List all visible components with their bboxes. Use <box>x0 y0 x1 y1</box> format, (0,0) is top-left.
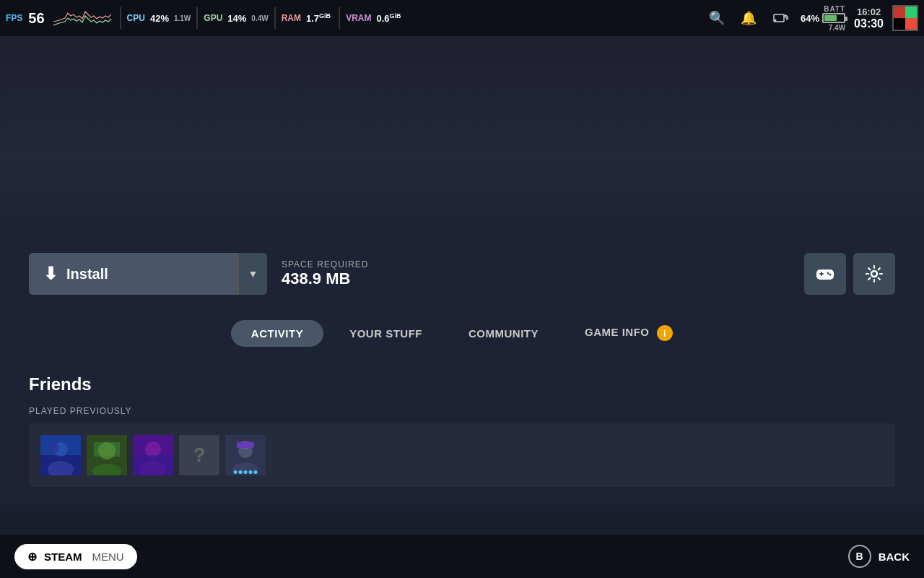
batt-watts: 7.4W <box>829 24 845 32</box>
action-bar: ⬇ Install ▼ SPACE REQUIRED 438.9 MB <box>0 238 924 309</box>
vram-label: VRAM <box>346 13 371 23</box>
main-content: ⬇ Install ▼ SPACE REQUIRED 438.9 MB <box>0 36 924 535</box>
svg-point-1 <box>775 20 777 22</box>
friends-heading: Friends <box>29 374 895 394</box>
download-icon: ⬇ <box>43 264 58 284</box>
session-time: 03:30 <box>854 17 884 30</box>
online-indicator <box>234 470 258 474</box>
svg-point-7 <box>871 271 877 277</box>
batt-label: BATT <box>824 5 845 13</box>
dropdown-arrow-icon: ▼ <box>248 268 258 280</box>
cast-icon[interactable] <box>769 7 792 30</box>
tab-game-info-label: GAME INFO <box>585 326 650 338</box>
svg-rect-24 <box>237 442 254 448</box>
space-required-label: SPACE REQUIRED <box>282 259 790 269</box>
gamepad-button[interactable] <box>804 253 846 295</box>
install-label: Install <box>66 266 108 282</box>
fps-value: 56 <box>28 10 44 27</box>
steam-menu-button[interactable]: ⊕ STEAM MENU <box>14 544 137 569</box>
divider-2 <box>196 7 198 29</box>
search-icon[interactable]: 🔍 <box>705 7 728 30</box>
back-label: BACK <box>879 551 910 563</box>
color-grid-icon <box>892 5 918 31</box>
svg-rect-11 <box>40 435 81 455</box>
svg-point-18 <box>145 441 161 457</box>
game-info-icon: i <box>657 325 673 341</box>
friend-avatar-2[interactable] <box>87 435 127 475</box>
divider-1 <box>120 7 121 29</box>
unknown-icon: ? <box>193 444 205 467</box>
fps-label: FPS <box>6 13 22 23</box>
b-letter: B <box>856 551 863 562</box>
friends-list: ? <box>29 423 895 487</box>
friend-avatar-unknown[interactable]: ? <box>179 435 219 475</box>
tab-community-label: COMMUNITY <box>468 327 539 340</box>
perf-right-section: 🔍 🔔 BATT 64% 7.4W 16:02 03:30 <box>705 5 918 32</box>
bell-icon[interactable]: 🔔 <box>737 7 760 30</box>
friend-avatar-3[interactable] <box>133 435 173 475</box>
ram-label: RAM <box>282 13 301 23</box>
tab-game-info[interactable]: GAME INFO i <box>565 318 693 348</box>
svg-rect-20 <box>133 455 173 475</box>
bottom-bar: ⊕ STEAM MENU B BACK <box>0 535 924 578</box>
divider-4 <box>339 7 340 29</box>
back-button[interactable]: B BACK <box>848 545 910 568</box>
install-button-container: ⬇ Install ▼ <box>29 253 267 295</box>
cpu-watts: 1.1W <box>174 14 191 22</box>
performance-bar: FPS 56 CPU 42% 1.1W GPU 14% 0.4W RAM 1.7… <box>0 0 924 36</box>
svg-point-5 <box>827 272 829 275</box>
ram-value: 1.7GiB <box>306 12 331 24</box>
tab-community[interactable]: COMMUNITY <box>448 320 559 347</box>
svg-rect-16 <box>94 442 120 457</box>
svg-point-6 <box>829 274 832 276</box>
divider-3 <box>274 7 276 29</box>
friend-avatar-1[interactable] <box>40 435 81 475</box>
tab-your-stuff[interactable]: YOUR STUFF <box>329 320 443 347</box>
local-time: 16:02 <box>857 7 881 17</box>
svg-point-12 <box>48 442 59 454</box>
tab-activity-label: ACTIVITY <box>251 327 303 340</box>
steam-logo: ⊕ <box>27 550 37 564</box>
tab-your-stuff-label: YOUR STUFF <box>349 327 422 340</box>
friend-avatar-online[interactable] <box>225 435 266 475</box>
gpu-pct: 14% <box>227 13 246 24</box>
cpu-label: CPU <box>127 13 145 23</box>
fps-graph <box>53 7 111 29</box>
space-info: SPACE REQUIRED 438.9 MB <box>282 259 790 288</box>
settings-button[interactable] <box>853 253 895 295</box>
battery-bar <box>822 13 845 23</box>
steam-label: STEAM <box>44 551 82 563</box>
tabs-bar: ACTIVITY YOUR STUFF COMMUNITY GAME INFO … <box>0 309 924 357</box>
page-body: Friends PLAYED PREVIOUSLY <box>0 357 924 504</box>
install-button[interactable]: ⬇ Install <box>29 253 238 295</box>
action-icons <box>804 253 895 295</box>
install-dropdown-button[interactable]: ▼ <box>238 253 267 295</box>
game-banner <box>0 36 924 238</box>
vram-value: 0.6GiB <box>376 12 401 24</box>
tab-activity[interactable]: ACTIVITY <box>231 320 323 347</box>
svg-rect-4 <box>821 272 822 276</box>
time-block: 16:02 03:30 <box>854 7 884 30</box>
played-previously-label: PLAYED PREVIOUSLY <box>29 406 895 416</box>
battery-fill <box>824 15 837 21</box>
batt-pct: 64% <box>801 13 819 24</box>
b-button-icon: B <box>848 545 871 568</box>
space-value: 438.9 MB <box>282 269 790 288</box>
cpu-pct: 42% <box>150 13 169 24</box>
gpu-watts: 0.4W <box>251 14 268 22</box>
menu-label: MENU <box>92 551 124 563</box>
gpu-label: GPU <box>204 13 222 23</box>
